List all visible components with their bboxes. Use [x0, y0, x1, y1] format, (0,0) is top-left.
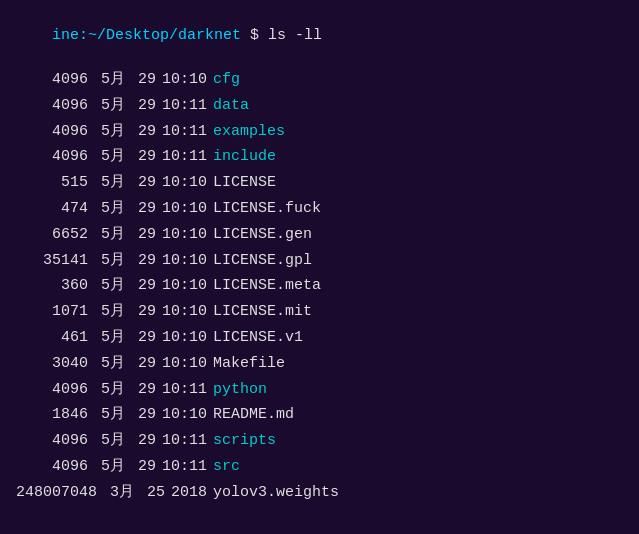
file-size: 248007048 — [16, 480, 97, 506]
file-time: 10:10 — [162, 299, 207, 325]
terminal-command: ls -ll — [268, 27, 322, 44]
file-row: 4096 5月 2910:11scripts — [16, 428, 623, 454]
file-month: 5月 — [92, 377, 125, 403]
file-day: 29 — [129, 248, 156, 274]
file-name: LICENSE — [213, 170, 276, 196]
file-day: 29 — [129, 325, 156, 351]
file-time: 10:11 — [162, 144, 207, 170]
file-size: 515 — [16, 170, 88, 196]
file-month: 5月 — [92, 428, 125, 454]
terminal-path: ine:~/Desktop/darknet — [52, 27, 241, 44]
file-time: 10:10 — [162, 196, 207, 222]
file-row: 4096 5月 2910:10cfg — [16, 67, 623, 93]
file-size: 1071 — [16, 299, 88, 325]
file-day: 29 — [129, 93, 156, 119]
file-size: 4096 — [16, 93, 88, 119]
file-row: 515 5月 2910:10LICENSE — [16, 170, 623, 196]
file-day: 29 — [129, 454, 156, 480]
file-time: 10:10 — [162, 67, 207, 93]
file-name: yolov3.weights — [213, 480, 339, 506]
file-month: 5月 — [92, 299, 125, 325]
file-day: 29 — [129, 67, 156, 93]
file-name: python — [213, 377, 267, 403]
file-row: 360 5月 2910:10LICENSE.meta — [16, 273, 623, 299]
file-month: 5月 — [92, 402, 125, 428]
dollar-sign: $ — [241, 27, 268, 44]
file-size: 4096 — [16, 67, 88, 93]
file-row: 4096 5月 2910:11examples — [16, 119, 623, 145]
file-name: LICENSE.fuck — [213, 196, 321, 222]
file-time: 10:10 — [162, 222, 207, 248]
file-time: 10:10 — [162, 273, 207, 299]
file-size: 4096 — [16, 119, 88, 145]
file-row: 4096 5月 2910:11python — [16, 377, 623, 403]
file-list: 4096 5月 2910:10cfg4096 5月 2910:11data409… — [16, 67, 623, 506]
file-row: 1846 5月 2910:10README.md — [16, 402, 623, 428]
file-name: LICENSE.meta — [213, 273, 321, 299]
file-size: 474 — [16, 196, 88, 222]
file-name: src — [213, 454, 240, 480]
file-month: 5月 — [92, 119, 125, 145]
file-month: 3月 — [101, 480, 134, 506]
file-month: 5月 — [92, 170, 125, 196]
file-size: 4096 — [16, 144, 88, 170]
file-day: 25 — [138, 480, 165, 506]
file-day: 29 — [129, 119, 156, 145]
file-row: 3040 5月 2910:10Makefile — [16, 351, 623, 377]
file-day: 29 — [129, 170, 156, 196]
file-row: 461 5月 2910:10LICENSE.v1 — [16, 325, 623, 351]
file-name: cfg — [213, 67, 240, 93]
file-month: 5月 — [92, 248, 125, 274]
file-row: 4096 5月 2910:11data — [16, 93, 623, 119]
file-size: 3040 — [16, 351, 88, 377]
file-size: 360 — [16, 273, 88, 299]
file-day: 29 — [129, 299, 156, 325]
file-month: 5月 — [92, 273, 125, 299]
file-month: 5月 — [92, 351, 125, 377]
file-name: Makefile — [213, 351, 285, 377]
file-name: README.md — [213, 402, 294, 428]
file-size: 4096 — [16, 377, 88, 403]
file-time: 10:10 — [162, 170, 207, 196]
file-month: 5月 — [92, 196, 125, 222]
file-time: 10:11 — [162, 454, 207, 480]
file-row: 474 5月 2910:10LICENSE.fuck — [16, 196, 623, 222]
file-row: 1071 5月 2910:10LICENSE.mit — [16, 299, 623, 325]
file-month: 5月 — [92, 454, 125, 480]
prompt-line: ine:~/Desktop/darknet $ ls -ll — [16, 10, 623, 61]
file-time: 10:11 — [162, 119, 207, 145]
file-row: 248007048 3月 252018yolov3.weights — [16, 480, 623, 506]
file-name: data — [213, 93, 249, 119]
file-time: 10:10 — [162, 248, 207, 274]
file-day: 29 — [129, 428, 156, 454]
file-name: scripts — [213, 428, 276, 454]
file-time: 10:10 — [162, 402, 207, 428]
file-time: 10:10 — [162, 351, 207, 377]
file-month: 5月 — [92, 67, 125, 93]
file-day: 29 — [129, 273, 156, 299]
file-name: LICENSE.gen — [213, 222, 312, 248]
file-time: 10:10 — [162, 325, 207, 351]
file-name: examples — [213, 119, 285, 145]
file-row: 4096 5月 2910:11include — [16, 144, 623, 170]
file-size: 35141 — [16, 248, 88, 274]
file-size: 6652 — [16, 222, 88, 248]
file-day: 29 — [129, 402, 156, 428]
file-month: 5月 — [92, 222, 125, 248]
file-day: 29 — [129, 196, 156, 222]
file-name: LICENSE.mit — [213, 299, 312, 325]
file-name: include — [213, 144, 276, 170]
file-day: 29 — [129, 222, 156, 248]
file-time: 10:11 — [162, 377, 207, 403]
file-month: 5月 — [92, 93, 125, 119]
file-row: 35141 5月 2910:10LICENSE.gpl — [16, 248, 623, 274]
file-day: 29 — [129, 351, 156, 377]
file-row: 6652 5月 2910:10LICENSE.gen — [16, 222, 623, 248]
file-size: 1846 — [16, 402, 88, 428]
file-time: 10:11 — [162, 428, 207, 454]
file-day: 29 — [129, 377, 156, 403]
file-name: LICENSE.gpl — [213, 248, 312, 274]
file-time: 2018 — [171, 480, 207, 506]
file-time: 10:11 — [162, 93, 207, 119]
file-size: 4096 — [16, 454, 88, 480]
